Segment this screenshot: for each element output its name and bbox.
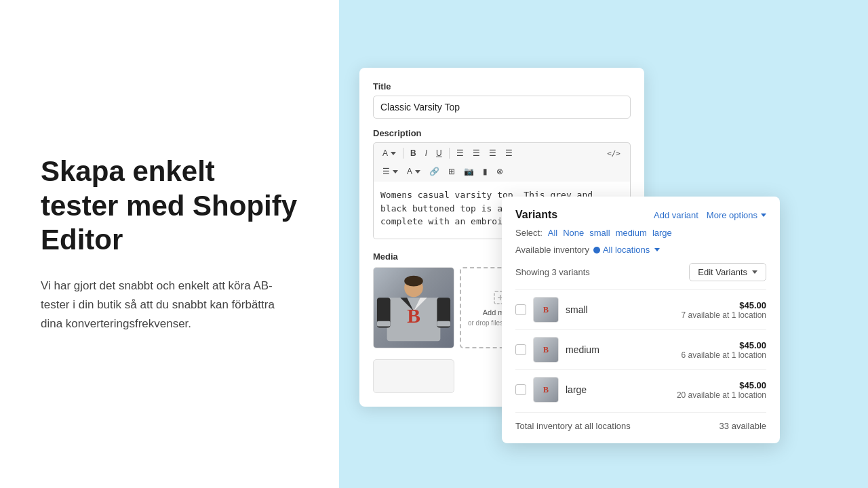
variant-img-letter-small: B <box>543 305 549 315</box>
toolbar-italic-btn[interactable]: I <box>422 146 431 160</box>
variant-availability-medium: 6 available at 1 location <box>682 350 766 360</box>
more-options-chevron-icon <box>761 214 766 217</box>
toolbar-underline-btn[interactable]: U <box>433 146 446 160</box>
toolbar-align-justify-btn[interactable]: ☰ <box>502 146 516 160</box>
toolbar-table-btn[interactable]: ⊞ <box>445 165 458 178</box>
svg-point-9 <box>404 276 423 287</box>
toolbar-align-center-btn[interactable]: ☰ <box>469 146 484 160</box>
toolbar-sep-2 <box>449 148 450 159</box>
font-chevron-icon <box>391 152 396 155</box>
variant-row-medium: B medium $45.00 6 available at 1 locatio… <box>515 329 766 369</box>
edit-variants-btn[interactable]: Edit Variants <box>689 263 766 281</box>
font-a-label: A <box>382 148 388 158</box>
toolbar-block-btn[interactable]: ☰ <box>379 165 401 178</box>
editor-toolbar: A B I U ☰ ☰ ☰ ☰ </> ☰ A <box>373 142 631 182</box>
variant-availability-small: 7 available at 1 location <box>682 310 766 320</box>
variant-image-large[interactable]: B <box>533 377 559 403</box>
variant-price-small: $45.00 <box>682 300 766 310</box>
location-dot-icon <box>593 247 600 253</box>
right-panel: Title Description A B I U ☰ ☰ ☰ ☰ </> <box>339 0 868 488</box>
select-none-link[interactable]: None <box>563 228 584 238</box>
select-all-link[interactable]: All <box>548 228 557 238</box>
select-label: Select: <box>515 228 542 238</box>
toolbar-video-btn[interactable]: ▮ <box>479 165 491 178</box>
inventory-row: Available inventory All locations <box>515 245 766 255</box>
headline: Skapa enkelt tester med Shopify Editor <box>41 155 298 257</box>
variant-checkbox-small[interactable] <box>515 304 526 315</box>
media-thumb-small[interactable] <box>373 359 454 393</box>
toolbar-code-btn[interactable]: </> <box>603 147 625 160</box>
variant-img-inner-small: B <box>534 298 558 322</box>
color-chevron-icon <box>415 170 420 174</box>
toolbar-image-btn[interactable]: 📷 <box>460 165 477 178</box>
media-thumbnail[interactable]: B <box>373 267 454 348</box>
total-inventory-label: Total inventory at all locations <box>515 421 631 431</box>
media-image-container: B <box>373 267 454 393</box>
add-variant-link[interactable]: Add variant <box>654 210 698 220</box>
toolbar-align-left-btn[interactable]: ☰ <box>453 146 467 160</box>
variant-image-small[interactable]: B <box>533 297 559 323</box>
total-available-value: 33 available <box>719 421 766 431</box>
svg-text:B: B <box>407 305 420 327</box>
variant-pricing-medium: $45.00 6 available at 1 location <box>682 340 766 360</box>
showing-row: Showing 3 variants Edit Variants <box>515 263 766 281</box>
left-panel: Skapa enkelt tester med Shopify Editor V… <box>0 0 339 488</box>
select-medium-link[interactable]: medium <box>616 228 647 238</box>
variant-checkbox-medium[interactable] <box>515 344 526 355</box>
variant-pricing-small: $45.00 7 available at 1 location <box>682 300 766 320</box>
variants-header-actions: Add variant More options <box>654 210 766 220</box>
variant-price-medium: $45.00 <box>682 340 766 350</box>
location-label: All locations <box>603 245 650 255</box>
body-text: Vi har gjort det snabbt och enkelt att k… <box>41 277 298 333</box>
block-chevron-icon <box>393 170 398 174</box>
variant-row-small: B small $45.00 7 available at 1 location <box>515 289 766 329</box>
toolbar-font-btn[interactable]: A <box>379 146 399 160</box>
more-options-link[interactable]: More options <box>707 210 766 220</box>
toolbar-clear-btn[interactable]: ⊗ <box>493 165 507 178</box>
variant-name-medium: medium <box>566 344 675 355</box>
variant-img-inner-large: B <box>534 378 558 402</box>
location-chevron-icon <box>654 248 660 251</box>
desc-label: Description <box>373 128 631 138</box>
variant-img-letter-large: B <box>543 385 549 395</box>
variants-card: Variants Add variant More options Select… <box>502 197 780 443</box>
toolbar-bold-btn[interactable]: B <box>407 146 420 160</box>
variant-row-large: B large $45.00 20 available at 1 locatio… <box>515 369 766 409</box>
edit-variants-chevron-icon <box>752 270 757 274</box>
variant-img-letter-medium: B <box>543 345 549 355</box>
toolbar-color-btn[interactable]: A <box>403 165 424 178</box>
select-small-link[interactable]: small <box>589 228 610 238</box>
variant-pricing-large: $45.00 20 available at 1 location <box>677 380 766 400</box>
inventory-label: Available inventory <box>515 245 589 255</box>
variants-header: Variants Add variant More options <box>515 209 766 221</box>
svg-rect-5 <box>377 321 391 327</box>
toolbar-row-2: ☰ A 🔗 ⊞ 📷 ▮ ⊗ <box>379 165 625 178</box>
variant-availability-large: 20 available at 1 location <box>677 390 766 400</box>
svg-rect-6 <box>437 321 450 327</box>
select-large-link[interactable]: large <box>652 228 672 238</box>
title-input[interactable] <box>373 96 631 119</box>
showing-text: Showing 3 variants <box>515 267 590 277</box>
location-badge[interactable]: All locations <box>593 245 660 255</box>
variants-footer: Total inventory at all locations 33 avai… <box>515 412 766 431</box>
variant-name-large: large <box>566 384 670 395</box>
variant-price-large: $45.00 <box>677 380 766 390</box>
toolbar-row-1: A B I U ☰ ☰ ☰ ☰ </> <box>379 146 625 160</box>
toolbar-link-btn[interactable]: 🔗 <box>426 165 443 178</box>
toolbar-align-right-btn[interactable]: ☰ <box>486 146 500 160</box>
variant-checkbox-large[interactable] <box>515 384 526 395</box>
variant-image-medium[interactable]: B <box>533 337 559 363</box>
variant-name-small: small <box>566 304 675 315</box>
jacket-svg: B <box>374 267 454 348</box>
title-label: Title <box>373 81 631 92</box>
jacket-image: B <box>374 268 454 348</box>
select-row: Select: All None small medium large <box>515 228 766 238</box>
variants-title: Variants <box>515 209 557 221</box>
toolbar-sep-1 <box>403 148 403 159</box>
variant-img-inner-medium: B <box>534 338 558 362</box>
